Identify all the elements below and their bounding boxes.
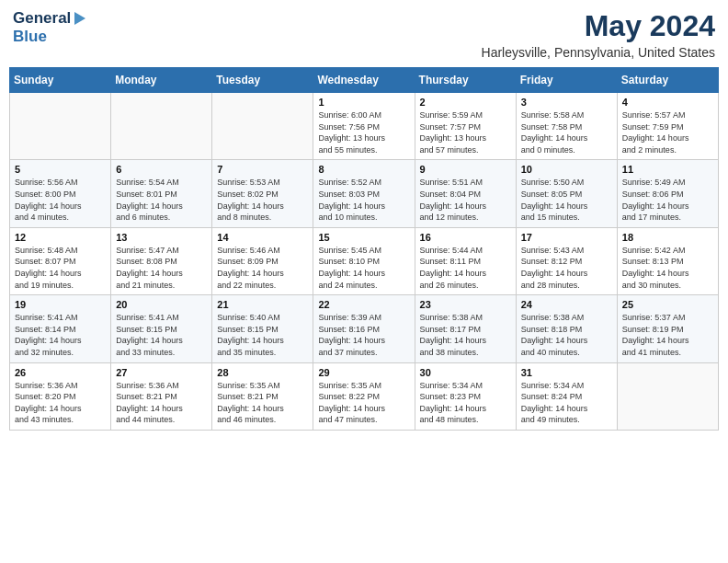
calendar-cell: 30Sunrise: 5:34 AMSunset: 8:23 PMDayligh… (415, 362, 516, 430)
day-info: Sunrise: 5:50 AMSunset: 8:05 PMDaylight:… (521, 177, 612, 223)
calendar-cell: 19Sunrise: 5:41 AMSunset: 8:14 PMDayligh… (10, 295, 111, 362)
day-number: 21 (217, 299, 308, 310)
day-number: 22 (318, 299, 409, 310)
day-number: 13 (116, 232, 207, 243)
day-info: Sunrise: 5:38 AMSunset: 8:17 PMDaylight:… (420, 312, 511, 358)
day-number: 20 (116, 299, 207, 310)
day-info: Sunrise: 5:40 AMSunset: 8:15 PMDaylight:… (217, 312, 308, 358)
day-number: 1 (318, 97, 409, 108)
logo-general-text: General (13, 9, 71, 28)
calendar-table: SundayMondayTuesdayWednesdayThursdayFrid… (9, 67, 719, 431)
calendar-cell: 11Sunrise: 5:49 AMSunset: 8:06 PMDayligh… (617, 160, 718, 227)
day-number: 8 (318, 164, 409, 175)
day-info: Sunrise: 5:35 AMSunset: 8:22 PMDaylight:… (318, 380, 409, 426)
calendar-cell: 16Sunrise: 5:44 AMSunset: 8:11 PMDayligh… (415, 227, 516, 294)
day-number: 9 (420, 164, 511, 175)
calendar-cell: 29Sunrise: 5:35 AMSunset: 8:22 PMDayligh… (313, 362, 415, 430)
calendar-cell: 27Sunrise: 5:36 AMSunset: 8:21 PMDayligh… (111, 362, 212, 430)
calendar-cell: 24Sunrise: 5:38 AMSunset: 8:18 PMDayligh… (516, 295, 617, 362)
day-number: 3 (521, 97, 612, 108)
day-info: Sunrise: 5:41 AMSunset: 8:15 PMDaylight:… (116, 312, 207, 358)
calendar-cell: 6Sunrise: 5:54 AMSunset: 8:01 PMDaylight… (111, 160, 212, 227)
day-number: 5 (15, 164, 106, 175)
day-info: Sunrise: 6:00 AMSunset: 7:56 PMDaylight:… (318, 109, 409, 155)
day-number: 4 (622, 97, 713, 108)
calendar-cell: 18Sunrise: 5:42 AMSunset: 8:13 PMDayligh… (617, 227, 718, 294)
day-number: 26 (15, 367, 106, 378)
day-info: Sunrise: 5:52 AMSunset: 8:03 PMDaylight:… (318, 177, 409, 223)
day-info: Sunrise: 5:54 AMSunset: 8:01 PMDaylight:… (116, 177, 207, 223)
day-number: 25 (622, 299, 713, 310)
day-number: 30 (420, 367, 511, 378)
calendar-cell (111, 93, 212, 160)
day-info: Sunrise: 5:35 AMSunset: 8:21 PMDaylight:… (217, 380, 308, 426)
day-info: Sunrise: 5:53 AMSunset: 8:02 PMDaylight:… (217, 177, 308, 223)
day-info: Sunrise: 5:49 AMSunset: 8:06 PMDaylight:… (622, 177, 713, 223)
day-info: Sunrise: 5:34 AMSunset: 8:23 PMDaylight:… (420, 380, 511, 426)
day-info: Sunrise: 5:59 AMSunset: 7:57 PMDaylight:… (420, 109, 511, 155)
calendar-header-friday: Friday (516, 68, 617, 93)
day-number: 10 (521, 164, 612, 175)
day-number: 19 (15, 299, 106, 310)
day-info: Sunrise: 5:44 AMSunset: 8:11 PMDaylight:… (420, 245, 511, 291)
day-info: Sunrise: 5:51 AMSunset: 8:04 PMDaylight:… (420, 177, 511, 223)
day-info: Sunrise: 5:37 AMSunset: 8:19 PMDaylight:… (622, 312, 713, 358)
day-info: Sunrise: 5:57 AMSunset: 7:59 PMDaylight:… (622, 109, 713, 155)
calendar-week-row: 19Sunrise: 5:41 AMSunset: 8:14 PMDayligh… (10, 295, 719, 362)
day-number: 24 (521, 299, 612, 310)
calendar-cell: 15Sunrise: 5:45 AMSunset: 8:10 PMDayligh… (313, 227, 415, 294)
logo-triangle-icon (71, 10, 87, 27)
day-info: Sunrise: 5:46 AMSunset: 8:09 PMDaylight:… (217, 245, 308, 291)
title-area: May 2024 Harleysville, Pennsylvania, Uni… (482, 9, 715, 60)
month-year-title: May 2024 (482, 9, 715, 43)
calendar-cell: 25Sunrise: 5:37 AMSunset: 8:19 PMDayligh… (617, 295, 718, 362)
day-info: Sunrise: 5:36 AMSunset: 8:20 PMDaylight:… (15, 380, 106, 426)
day-number: 15 (318, 232, 409, 243)
calendar-cell (617, 362, 718, 430)
calendar-cell: 31Sunrise: 5:34 AMSunset: 8:24 PMDayligh… (516, 362, 617, 430)
svg-marker-0 (74, 12, 85, 25)
calendar-cell: 26Sunrise: 5:36 AMSunset: 8:20 PMDayligh… (10, 362, 111, 430)
day-info: Sunrise: 5:39 AMSunset: 8:16 PMDaylight:… (318, 312, 409, 358)
day-info: Sunrise: 5:58 AMSunset: 7:58 PMDaylight:… (521, 109, 612, 155)
day-number: 2 (420, 97, 511, 108)
calendar-cell: 21Sunrise: 5:40 AMSunset: 8:15 PMDayligh… (212, 295, 313, 362)
day-info: Sunrise: 5:45 AMSunset: 8:10 PMDaylight:… (318, 245, 409, 291)
calendar-week-row: 26Sunrise: 5:36 AMSunset: 8:20 PMDayligh… (10, 362, 719, 430)
calendar-cell: 2Sunrise: 5:59 AMSunset: 7:57 PMDaylight… (415, 93, 516, 160)
calendar-week-row: 5Sunrise: 5:56 AMSunset: 8:00 PMDaylight… (10, 160, 719, 227)
calendar-week-row: 12Sunrise: 5:48 AMSunset: 8:07 PMDayligh… (10, 227, 719, 294)
day-info: Sunrise: 5:42 AMSunset: 8:13 PMDaylight:… (622, 245, 713, 291)
calendar-header-tuesday: Tuesday (212, 68, 313, 93)
day-number: 14 (217, 232, 308, 243)
calendar-header-thursday: Thursday (415, 68, 516, 93)
calendar-cell: 10Sunrise: 5:50 AMSunset: 8:05 PMDayligh… (516, 160, 617, 227)
day-info: Sunrise: 5:56 AMSunset: 8:00 PMDaylight:… (15, 177, 106, 223)
calendar-cell: 17Sunrise: 5:43 AMSunset: 8:12 PMDayligh… (516, 227, 617, 294)
calendar-header-row: SundayMondayTuesdayWednesdayThursdayFrid… (10, 68, 719, 93)
day-number: 7 (217, 164, 308, 175)
day-number: 11 (622, 164, 713, 175)
calendar-cell: 5Sunrise: 5:56 AMSunset: 8:00 PMDaylight… (10, 160, 111, 227)
calendar-cell: 9Sunrise: 5:51 AMSunset: 8:04 PMDaylight… (415, 160, 516, 227)
calendar-header-wednesday: Wednesday (313, 68, 415, 93)
calendar-cell: 14Sunrise: 5:46 AMSunset: 8:09 PMDayligh… (212, 227, 313, 294)
day-number: 28 (217, 367, 308, 378)
calendar-cell: 1Sunrise: 6:00 AMSunset: 7:56 PMDaylight… (313, 93, 415, 160)
calendar-header-sunday: Sunday (10, 68, 111, 93)
day-number: 23 (420, 299, 511, 310)
calendar-cell: 12Sunrise: 5:48 AMSunset: 8:07 PMDayligh… (10, 227, 111, 294)
logo-blue-text: Blue (13, 28, 47, 45)
day-info: Sunrise: 5:34 AMSunset: 8:24 PMDaylight:… (521, 380, 612, 426)
logo: General Blue (13, 9, 87, 46)
day-info: Sunrise: 5:47 AMSunset: 8:08 PMDaylight:… (116, 245, 207, 291)
day-number: 17 (521, 232, 612, 243)
day-number: 31 (521, 367, 612, 378)
day-number: 12 (15, 232, 106, 243)
day-info: Sunrise: 5:41 AMSunset: 8:14 PMDaylight:… (15, 312, 106, 358)
day-number: 27 (116, 367, 207, 378)
day-info: Sunrise: 5:38 AMSunset: 8:18 PMDaylight:… (521, 312, 612, 358)
calendar-cell: 4Sunrise: 5:57 AMSunset: 7:59 PMDaylight… (617, 93, 718, 160)
page-header: General Blue May 2024 Harleysville, Penn… (9, 9, 719, 60)
calendar-cell (212, 93, 313, 160)
